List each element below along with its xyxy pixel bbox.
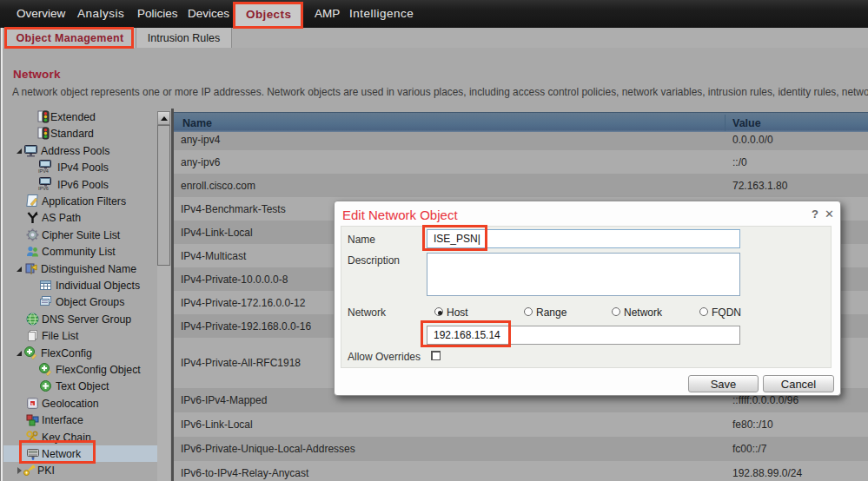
svg-text:s: s xyxy=(31,401,34,406)
svg-text:IPV6: IPV6 xyxy=(38,186,49,191)
svg-text:IPV4: IPV4 xyxy=(38,168,49,174)
